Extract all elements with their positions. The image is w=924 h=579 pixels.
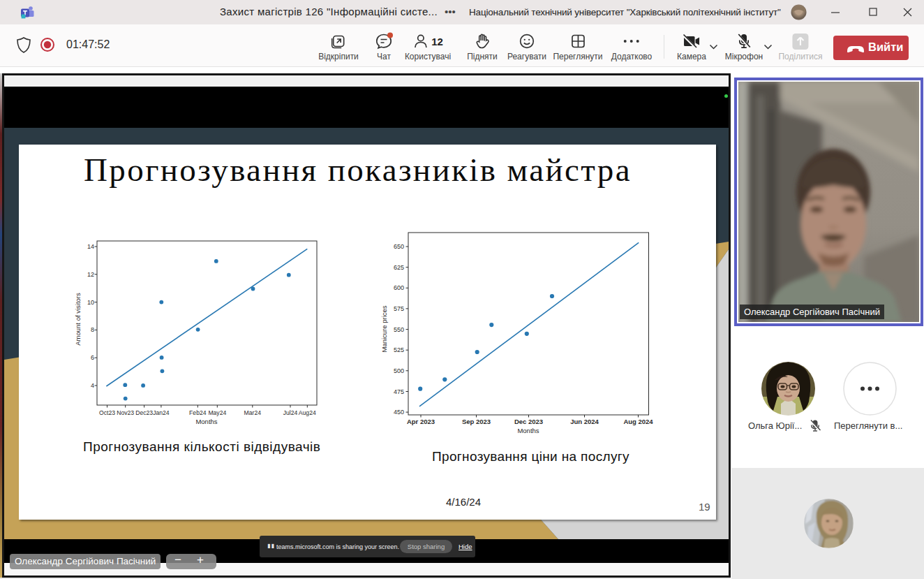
svg-text:Sep 2023: Sep 2023: [462, 418, 491, 425]
svg-text:Months: Months: [517, 427, 539, 434]
svg-text:475: 475: [394, 388, 404, 395]
svg-text:Aug24: Aug24: [299, 409, 316, 416]
svg-text:4: 4: [91, 382, 94, 389]
svg-text:650: 650: [394, 243, 404, 250]
svg-text:10: 10: [87, 299, 94, 306]
svg-text:500: 500: [394, 367, 404, 374]
svg-text:Amount of visitors: Amount of visitors: [74, 293, 82, 346]
svg-text:12: 12: [87, 271, 94, 278]
svg-text:Manicure prices: Manicure prices: [380, 305, 388, 352]
svg-text:Months: Months: [195, 418, 217, 425]
svg-text:Aug 2024: Aug 2024: [623, 418, 653, 425]
svg-text:Jul24: Jul24: [283, 409, 298, 416]
svg-text:575: 575: [394, 305, 404, 312]
svg-text:600: 600: [394, 284, 404, 291]
svg-text:550: 550: [394, 326, 404, 333]
svg-text:Dec23: Dec23: [135, 409, 153, 416]
svg-text:Oct23: Oct23: [99, 409, 115, 416]
svg-text:May24: May24: [208, 409, 226, 416]
svg-text:6: 6: [91, 354, 94, 361]
svg-text:Mar24: Mar24: [244, 409, 262, 416]
svg-text:Dec 2023: Dec 2023: [514, 418, 543, 425]
svg-text:Jun 2024: Jun 2024: [570, 418, 599, 425]
svg-text:625: 625: [394, 264, 404, 271]
svg-text:Jan24: Jan24: [153, 409, 170, 416]
svg-text:Apr 2023: Apr 2023: [407, 418, 435, 425]
svg-text:Nov23: Nov23: [117, 409, 134, 416]
svg-text:Feb24: Feb24: [189, 409, 207, 416]
svg-text:450: 450: [394, 409, 404, 416]
svg-text:14: 14: [87, 243, 94, 250]
svg-text:525: 525: [394, 346, 404, 353]
svg-text:8: 8: [91, 326, 94, 333]
